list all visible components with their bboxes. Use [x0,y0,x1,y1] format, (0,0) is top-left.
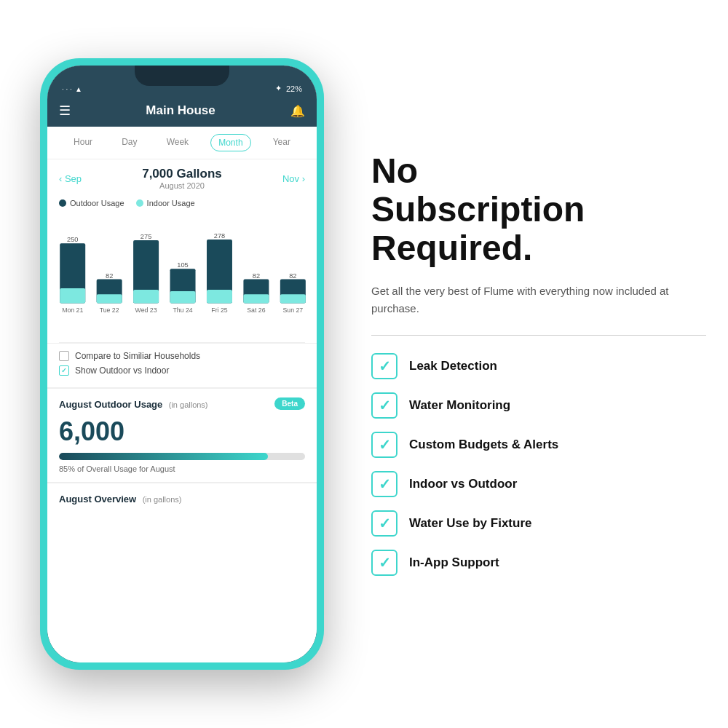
hamburger-icon[interactable]: ☰ [59,104,71,117]
outdoor-legend: Outdoor Usage [59,199,124,207]
checkbox-compare: Compare to Similiar Households [59,351,305,361]
date-center: 7,000 Gallons August 2020 [142,167,222,190]
svg-text:Thu 24: Thu 24 [173,306,192,314]
time-filter-tabs: Hour Day Week Month Year [47,127,317,159]
checkmark-4: ✓ [379,477,391,491]
month-year-label: August 2020 [142,181,222,190]
check-box-6: ✓ [371,550,397,576]
checkmark-3: ✓ [379,438,391,452]
feature-leak-detection: ✓ Leak Detection [371,353,706,379]
tab-day[interactable]: Day [114,134,144,151]
headline: No Subscription Required. [371,152,706,267]
outdoor-legend-label: Outdoor Usage [70,199,124,207]
svg-text:Tue 22: Tue 22 [100,306,119,314]
overview-subtitle: (in gallons) [143,495,182,504]
chart-legend: Outdoor Usage Indoor Usage [47,193,317,213]
description-text: Get all the very best of Flume with ever… [371,282,706,317]
checkmark-1: ✓ [379,359,391,373]
bell-icon[interactable]: 🔔 [290,104,305,118]
svg-rect-11 [170,291,196,303]
checkmark-2: ✓ [379,398,391,413]
progress-label: 85% of Overall Usage for August [59,464,305,473]
svg-rect-2 [60,288,85,304]
outdoor-indoor-checkbox[interactable] [59,365,69,376]
usage-subtitle: (in gallons) [169,400,208,409]
indoor-legend: Indoor Usage [136,199,195,207]
svg-text:275: 275 [141,233,151,240]
check-box-4: ✓ [371,471,397,497]
headline-line2: Subscription [371,190,585,229]
overview-section: August Overview (in gallons) [47,483,317,514]
indoor-legend-dot [136,199,143,207]
phone-screen: · · · ▲ ✦ 22% ☰ Main House 🔔 [47,66,317,662]
compare-checkbox[interactable] [59,351,69,361]
bar-chart: 250 82 275 [47,213,317,342]
tab-month[interactable]: Month [210,134,250,151]
gallons-display: 7,000 Gallons [142,167,222,181]
headline-line3: Required. [371,229,532,267]
tab-week[interactable]: Week [159,134,196,151]
svg-text:Fri 25: Fri 25 [211,306,227,314]
feature-label-3: Custom Budgets & Alerts [409,438,558,452]
features-list: ✓ Leak Detection ✓ Water Monitoring ✓ Cu… [371,353,706,576]
feature-label-4: Indoor vs Outdoor [409,477,517,491]
headline-line1: No [371,151,418,190]
signal-dots: · · · [62,85,72,93]
status-bar-right: ✦ 22% [275,84,302,93]
status-bar-left: · · · ▲ [62,85,82,93]
outdoor-legend-dot [59,199,66,207]
svg-text:Sun 27: Sun 27 [283,306,304,314]
feature-label-2: Water Monitoring [409,398,510,413]
checkmark-5: ✓ [379,516,391,531]
overview-title: August Overview [59,494,136,505]
svg-text:250: 250 [67,236,78,243]
svg-text:Wed 23: Wed 23 [135,306,157,314]
check-box-1: ✓ [371,353,397,379]
progress-bar-bg [59,453,305,460]
phone-mockup: · · · ▲ ✦ 22% ☰ Main House 🔔 [15,58,349,670]
svg-text:105: 105 [177,261,188,269]
feature-inapp-support: ✓ In-App Support [371,550,706,576]
tab-hour[interactable]: Hour [66,134,100,151]
checkmark-6: ✓ [379,555,391,570]
feature-label-1: Leak Detection [409,359,497,373]
usage-header: August Outdoor Usage (in gallons) Beta [59,397,305,411]
usage-section: August Outdoor Usage (in gallons) Beta 6… [47,388,317,482]
feature-label-6: In-App Support [409,555,499,570]
wifi-icon: ▲ [75,85,82,93]
right-section: No Subscription Required. Get all the ve… [371,145,713,582]
feature-label-5: Water Use by Fixture [409,516,531,531]
app-title: Main House [146,103,215,118]
checkbox-section: Compare to Similiar Households Show Outd… [47,343,317,387]
svg-text:82: 82 [253,272,260,280]
phone-outer-shell: · · · ▲ ✦ 22% ☰ Main House 🔔 [40,58,324,670]
svg-rect-20 [280,294,306,303]
bluetooth-icon: ✦ [275,84,282,93]
screen-content: ‹ Sep 7,000 Gallons August 2020 Nov › [47,159,317,662]
tab-year[interactable]: Year [266,134,298,151]
compare-label: Compare to Similiar Households [75,351,200,361]
check-box-3: ✓ [371,432,397,458]
next-month-button[interactable]: Nov › [282,173,305,184]
date-nav-row: ‹ Sep 7,000 Gallons August 2020 Nov › [47,159,317,193]
svg-text:Mon 21: Mon 21 [62,306,83,314]
svg-text:278: 278 [214,232,225,240]
svg-text:82: 82 [106,272,113,280]
section-divider [371,335,706,336]
svg-rect-17 [243,294,269,303]
progress-bar-fill [59,453,268,460]
usage-value: 6,000 [59,416,305,447]
beta-badge: Beta [274,397,305,410]
chart-svg: 250 82 275 [55,213,309,333]
prev-month-button[interactable]: ‹ Sep [59,173,82,184]
outdoor-indoor-label: Show Outdoor vs Indoor [75,365,169,376]
phone-inner-shell: · · · ▲ ✦ 22% ☰ Main House 🔔 [47,66,317,662]
svg-rect-8 [133,290,159,304]
feature-water-fixture: ✓ Water Use by Fixture [371,510,706,537]
svg-text:82: 82 [289,272,296,280]
svg-rect-14 [207,290,232,304]
app-header: ☰ Main House 🔔 [47,98,317,127]
checkbox-show-outdoor: Show Outdoor vs Indoor [59,365,305,376]
indoor-legend-label: Indoor Usage [147,199,195,207]
svg-text:Sat 26: Sat 26 [247,306,265,314]
